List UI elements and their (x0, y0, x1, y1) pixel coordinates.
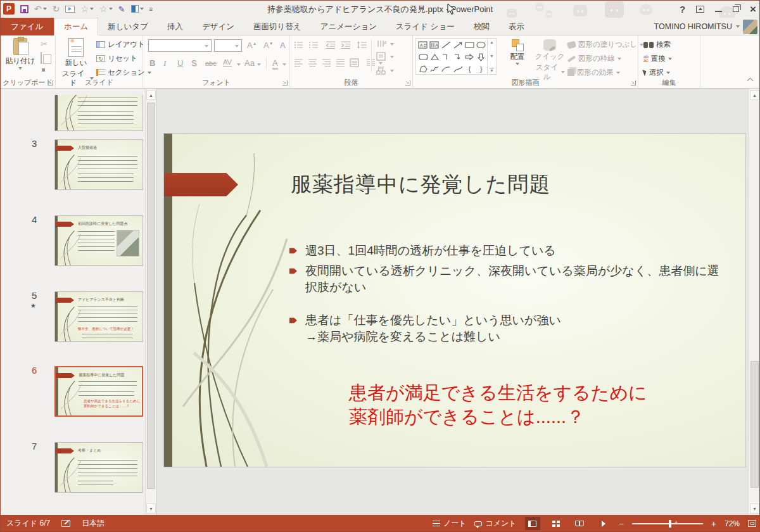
gallery-more-icon[interactable]: ▼ (490, 68, 494, 73)
tab-transitions[interactable]: 画面切り替え (244, 18, 311, 35)
columns-dropdown[interactable] (379, 62, 383, 65)
font-size-combo[interactable] (214, 39, 242, 52)
left-brace-icon[interactable]: { (464, 63, 475, 75)
smartart-dropdown[interactable] (390, 70, 394, 72)
curve-icon[interactable] (452, 63, 464, 75)
normal-view-button[interactable] (525, 517, 540, 530)
increase-indent-icon[interactable] (341, 41, 351, 49)
down-arrow-shape-icon[interactable] (476, 51, 487, 63)
drawing-dialog-launcher[interactable]: ↘ (631, 80, 636, 86)
main-scrollbar-thumb[interactable] (750, 361, 759, 488)
triangle-icon[interactable] (429, 51, 440, 63)
zoom-slider-thumb[interactable] (669, 520, 671, 528)
tab-view[interactable]: 表示 (499, 18, 534, 35)
tab-slideshow[interactable]: スライド ショー (386, 18, 464, 35)
columns-icon[interactable] (366, 58, 376, 67)
paragraph-dialog-launcher[interactable]: ↘ (405, 80, 410, 86)
bullet-item[interactable]: 患者は「仕事を優先したい」という思いが強い→薬局や病院を変えることは難しい (289, 312, 561, 345)
align-text-dropdown[interactable] (390, 56, 394, 58)
ribbon-display-options-icon[interactable] (696, 6, 704, 13)
text-box-icon[interactable]: A (417, 39, 429, 51)
cut-icon[interactable]: ✂ (41, 39, 48, 49)
tab-review[interactable]: 校閲 (464, 18, 499, 35)
reading-view-button[interactable] (572, 517, 587, 530)
thumbnail-scrollbar-thumb[interactable] (147, 103, 155, 489)
scroll-up-icon[interactable]: ▲ (146, 90, 156, 100)
rectangle-icon[interactable] (464, 39, 475, 51)
text-shadow-button[interactable]: S (191, 58, 197, 68)
freeform-shape-icon[interactable] (417, 63, 429, 75)
character-spacing-dropdown[interactable] (237, 63, 241, 66)
font-dialog-launcher[interactable]: ↘ (282, 80, 288, 86)
language-indicator[interactable]: 日本語 (82, 518, 104, 529)
scroll-down-icon[interactable]: ▼ (146, 504, 156, 514)
thumbnail-scrollbar[interactable]: ▲ ▼ (145, 89, 156, 515)
zoom-percentage[interactable]: 72% (725, 519, 740, 528)
tab-design[interactable]: デザイン (193, 18, 244, 35)
scribble-icon[interactable] (429, 63, 440, 75)
slideshow-view-button[interactable] (595, 517, 611, 530)
change-case-button[interactable]: Aa (244, 58, 255, 68)
right-brace-icon[interactable]: } (476, 63, 487, 75)
thumbnail-slide-2-partial[interactable] (54, 95, 143, 131)
distribute-icon[interactable] (350, 58, 360, 67)
numbering-icon[interactable] (309, 41, 319, 49)
arrow-icon[interactable] (452, 39, 464, 51)
align-left-icon[interactable] (294, 58, 304, 67)
fit-to-window-icon[interactable] (748, 520, 756, 527)
thumbnail-slide-6-selected[interactable]: 服薬指導中に発覚した問題 患者が満足できる生活をするために 薬剤師ができることは… (54, 366, 143, 417)
slide-title[interactable]: 服薬指導中に発覚した問題 (291, 170, 550, 199)
zoom-slider[interactable]: + (632, 523, 703, 524)
shape-fill-button[interactable]: 図形の塗りつぶし (567, 40, 643, 49)
copy-icon[interactable] (41, 52, 42, 64)
italic-button[interactable]: I (163, 58, 166, 68)
collapse-ribbon-icon[interactable] (747, 77, 754, 82)
replace-button[interactable]: abac 置換 (643, 54, 672, 63)
gallery-down-icon[interactable]: ▼ (490, 54, 494, 58)
tab-file[interactable]: ファイル (0, 18, 54, 35)
help-icon[interactable]: ? (680, 4, 685, 15)
account-avatar[interactable] (743, 20, 757, 34)
text-direction-icon[interactable]: A (376, 39, 386, 48)
clipboard-dialog-launcher[interactable]: ↘ (48, 80, 53, 86)
proofing-icon[interactable] (61, 520, 70, 527)
strikethrough-button[interactable]: abc (205, 60, 217, 67)
tab-animations[interactable]: アニメーション (311, 18, 386, 35)
arrange-button[interactable]: 配置 (503, 39, 532, 65)
font-name-combo[interactable] (148, 39, 212, 52)
rounded-rectangle-icon[interactable] (417, 51, 429, 63)
line-spacing-icon[interactable] (357, 41, 367, 49)
align-right-icon[interactable] (322, 58, 332, 67)
tab-custom[interactable]: 新しいタブ (98, 18, 158, 35)
underline-button[interactable]: U (177, 58, 183, 68)
reset-button[interactable]: ↻リセット (96, 54, 137, 63)
zoom-out-button[interactable]: − (619, 519, 624, 529)
quick-styles-button[interactable]: クイック スタイル (535, 39, 565, 82)
thumbnail-slide-3[interactable]: 入院後経過 (54, 139, 143, 190)
font-color-button[interactable]: A (272, 58, 278, 70)
vertical-text-box-icon[interactable]: A (429, 39, 440, 51)
paste-button[interactable]: 貼り付け (4, 38, 37, 70)
bullet-item[interactable]: 週3日、1回4時間の透析が仕事を圧迫している (289, 243, 556, 259)
close-icon[interactable]: × (750, 4, 756, 15)
slide-sorter-view-button[interactable] (548, 517, 564, 530)
scroll-down-icon[interactable]: ▼ (750, 504, 759, 514)
shape-outline-button[interactable]: 図形の枠線 (567, 54, 621, 63)
slide-editing-canvas[interactable]: 服薬指導中に発覚した問題 週3日、1回4時間の透析が仕事を圧迫している 夜間開い… (163, 133, 746, 467)
text-direction-dropdown[interactable] (390, 43, 394, 46)
shape-effects-button[interactable]: 図形の効果 (567, 68, 620, 77)
justify-icon[interactable] (336, 58, 346, 67)
align-center-icon[interactable] (308, 58, 318, 67)
restore-icon[interactable] (733, 6, 739, 12)
tab-home[interactable]: ホーム (54, 18, 98, 35)
decrease-indent-icon[interactable] (326, 41, 336, 49)
main-scrollbar[interactable]: ▲ ▼ (748, 89, 760, 515)
slide-red-callout[interactable]: 患者が満足できる生活をするために薬剤師ができることは......？ (349, 381, 647, 429)
grow-font-button[interactable]: A▲ (247, 41, 257, 50)
comments-toggle[interactable]: コメント (474, 518, 516, 529)
font-color-dropdown[interactable] (282, 63, 286, 66)
notes-toggle[interactable]: ノート (433, 518, 467, 529)
arc-icon[interactable] (441, 63, 452, 75)
smartart-icon[interactable] (376, 66, 386, 75)
line-icon[interactable] (441, 39, 452, 51)
